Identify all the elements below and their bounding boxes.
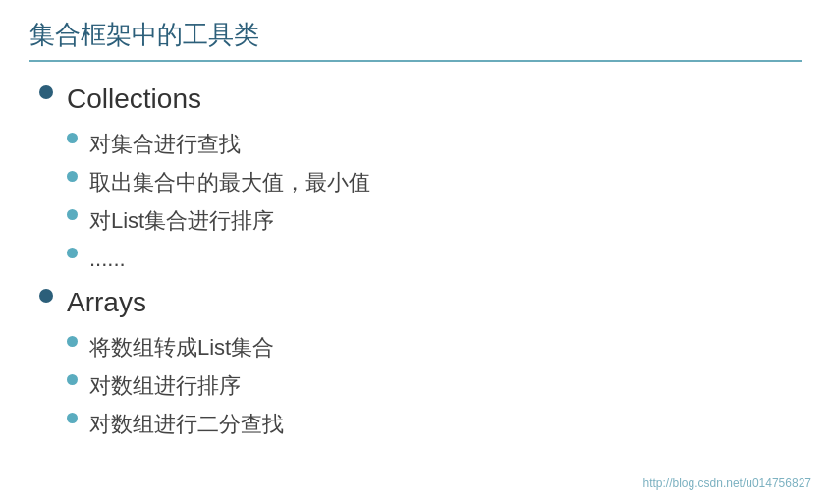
main-bullet-dot — [39, 289, 53, 303]
main-bullet: Arrays — [39, 283, 802, 321]
sub-bullet-text: 对数组进行二分查找 — [89, 408, 284, 440]
sub-bullet-dot — [67, 133, 78, 143]
sub-bullet-dot — [67, 374, 78, 385]
sub-bullet-text: 对集合进行查找 — [89, 128, 241, 160]
sub-bullet: 将数组转成List集合 — [67, 331, 802, 364]
sub-bullet-text: 对数组进行排序 — [89, 369, 241, 402]
sub-bullet-text: ...... — [89, 243, 126, 275]
sub-bullet: 取出集合中的最大值，最小值 — [67, 166, 802, 198]
sub-bullet-dot — [67, 171, 78, 182]
sub-bullet: 对集合进行查找 — [67, 128, 802, 160]
sub-bullet: 对List集合进行排序 — [67, 204, 802, 237]
sub-bullets-group: 将数组转成List集合对数组进行排序对数组进行二分查找 — [67, 331, 802, 440]
sub-bullets-group: 对集合进行查找取出集合中的最大值，最小值对List集合进行排序...... — [67, 128, 802, 275]
content-area: Collections对集合进行查找取出集合中的最大值，最小值对List集合进行… — [29, 80, 802, 440]
sub-bullet: 对数组进行排序 — [67, 369, 802, 402]
main-bullet-dot — [39, 85, 53, 99]
sub-bullet-text: 将数组转成List集合 — [89, 331, 274, 364]
sub-bullet: 对数组进行二分查找 — [67, 408, 802, 440]
sub-bullet-text: 取出集合中的最大值，最小值 — [89, 166, 370, 198]
main-bullet-label: Arrays — [67, 283, 146, 321]
sub-bullet-dot — [67, 336, 78, 347]
sub-bullet-dot — [67, 248, 78, 258]
sub-bullet-text: 对List集合进行排序 — [89, 204, 274, 237]
slide-title: 集合框架中的工具类 — [29, 18, 802, 62]
sub-bullet: ...... — [67, 243, 802, 275]
main-bullet: Collections — [39, 80, 802, 118]
main-bullet-label: Collections — [67, 80, 201, 118]
sub-bullet-dot — [67, 209, 78, 220]
slide-container: 集合框架中的工具类 Collections对集合进行查找取出集合中的最大值，最小… — [0, 0, 831, 504]
watermark: http://blog.csdn.net/u014756827 — [643, 476, 811, 490]
sub-bullet-dot — [67, 413, 78, 423]
